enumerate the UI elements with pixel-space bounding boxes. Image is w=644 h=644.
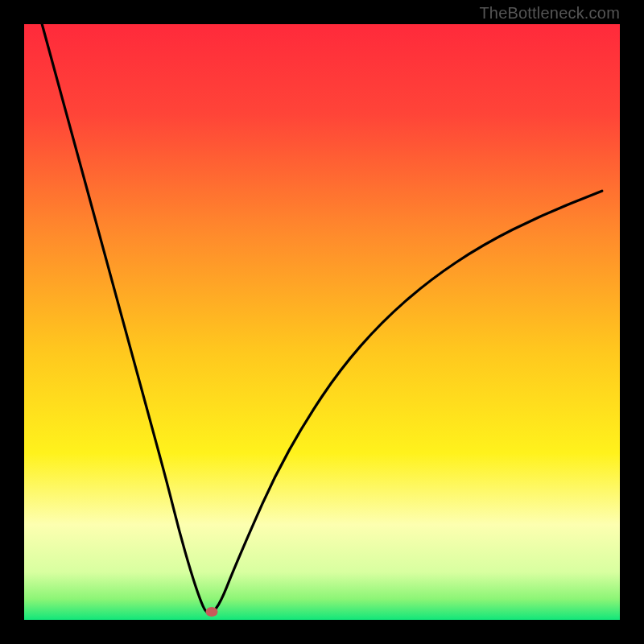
bottleneck-curve bbox=[42, 24, 602, 613]
watermark-text: TheBottleneck.com bbox=[479, 4, 620, 23]
curve-layer bbox=[24, 24, 620, 620]
chart-frame: TheBottleneck.com bbox=[0, 0, 644, 644]
plot-area bbox=[24, 24, 620, 620]
minimum-marker bbox=[206, 607, 218, 617]
